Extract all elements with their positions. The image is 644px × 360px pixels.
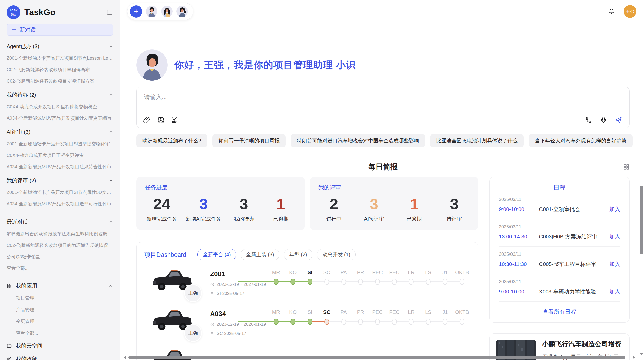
attachment-icon[interactable] [143,116,151,124]
microphone-icon[interactable] [600,116,607,124]
add-agent-button[interactable]: + [130,5,142,18]
milestone-dot [460,279,464,285]
list-item[interactable]: C02-飞腾新能源轻客改款项目里程碑画布 [7,67,113,73]
milestone-label: J1 [437,308,453,316]
milestone-label: LR [403,308,420,316]
project-code: Z001 [210,270,268,278]
list-item[interactable]: Z001-全新燃油皮卡产品开发项目SI节点Lesson Learn报告 [7,55,113,61]
list-item[interactable]: A034-全新新能源MUV产品开发项目计划变更表编写 [7,115,113,121]
notification-bell-icon[interactable] [608,8,615,15]
send-icon[interactable] [615,116,622,124]
clock-icon [210,322,214,327]
event-date: 2025/03/11 [499,279,620,284]
list-item[interactable]: A034-全新新能源MUV产品开发项目造型可行性评审 [7,201,113,207]
hero: 你好，王强，我是你的项目管理助理 小识 [136,49,630,81]
sidebar-item-change-mgmt[interactable]: 变更管理 [16,318,113,324]
milestone-label: PR [352,308,369,316]
section-recent-chats[interactable]: 最近对话 [7,218,113,226]
user-avatar[interactable]: 王强 [624,5,636,18]
section-agent-done[interactable]: Agent已办 (3) [7,43,113,50]
list-item[interactable]: A034-全新新能源MUV产品开发项目法规符合性评审 [7,164,113,170]
project-dashboard-card: 项目Dashboard 全新平台 (4) 全新上装 (3) 年型 (2) 动总开… [136,242,478,360]
tab-new-body[interactable]: 全新上装 (3) [241,249,279,260]
list-item[interactable]: 公司Q3轻卡销量 [7,254,113,260]
milestone-dot [290,319,295,325]
suggestion-chip[interactable]: 欧洲新规最近颁布了什么? [136,134,207,147]
view-all-schedule-link[interactable]: 查看所有日程 [499,308,620,316]
join-link[interactable]: 加入 [609,206,620,213]
sidebar-item-cloud-space[interactable]: 我的云空间 [7,342,113,349]
section-my-review[interactable]: 我的评审 (2) [7,177,113,184]
tab-new-platform[interactable]: 全新平台 (4) [197,249,236,260]
horizontal-scrollbar-thumb[interactable] [128,356,625,359]
project-owner-badge: 王强 [184,284,202,302]
milestone-label: KO [284,268,301,276]
scroll-left-arrow[interactable] [124,356,126,359]
image-icon[interactable] [157,116,165,124]
sidebar-item-my-apps[interactable]: 我的应用 [7,282,113,289]
new-chat-button[interactable]: 新对话 [7,24,113,36]
stat-new-done: 24 新增完成任务 [147,193,177,222]
section-my-todo[interactable]: 我的待办 (2) [7,91,113,98]
list-item[interactable]: C02-飞腾新能源轻客改款项目的闭环通告反馈情况 [7,242,113,248]
join-link[interactable]: 加入 [609,261,620,268]
divider [0,277,120,277]
suggestion-chip[interactable]: 如何写一份清晰的项目周报 [212,134,286,147]
agent-avatar-3[interactable] [176,6,188,17]
sidebar-item-project-mgmt[interactable]: 项目管理 [16,295,113,301]
chat-input[interactable] [144,94,598,100]
milestone-dot [409,279,414,285]
composer-right-icons [585,116,622,124]
scroll-right-arrow[interactable] [633,356,635,359]
suggestion-chip[interactable]: 当下年轻人对汽车外观有怎样的喜好趋势 [529,134,633,147]
milestone-dot [426,319,431,325]
vertical-scrollbar [640,184,643,350]
event-date: 2025/03/11 [499,224,620,230]
layout-grid-icon[interactable] [623,163,630,170]
sidebar-item-favorites[interactable]: 我的收藏 [7,355,113,360]
list-item[interactable]: 解释最新出台的欧盟报废车法规再生塑料比例被调至15%... [7,231,113,237]
list-item[interactable]: C0X4-动力总成开发项目工程变更评审 [7,152,113,158]
tab-model-year[interactable]: 年型 (2) [284,249,312,260]
agent-avatar-2[interactable] [161,6,173,17]
sidebar-item-product-mgmt[interactable]: 产品管理 [16,307,113,313]
list-item[interactable]: C0X4-动力总成开发项目SI里程碑提交物检查 [7,104,113,110]
milestone-label: PA [335,268,352,276]
milestone-dot [341,279,346,285]
sidebar-item-label: 我的云空间 [16,342,42,349]
divider [0,213,120,213]
suggestion-chip[interactable]: 比亚迪全固态电池计划具体说了什么 [430,134,524,147]
collapse-sidebar-icon[interactable] [106,9,113,16]
suggestion-chip[interactable]: 特朗普可能对进口汽车增税会对中国车企造成哪些影响 [291,134,425,147]
project-dates: 2023-12-19 ~ 2027-01-19 [217,282,266,287]
project-image: 王强 [151,268,193,294]
stat-overdue: 1 已逾期 [267,193,295,222]
milestone-dot [341,319,346,325]
tab-powertrain[interactable]: 动总开发 (1) [317,249,356,260]
project-row[interactable]: 王强 Z001 2023-12-19 ~ 2027-01-19 SI-2025-… [144,268,471,296]
scroll-down-arrow[interactable] [640,353,643,355]
phone-call-icon[interactable] [585,116,592,124]
list-item[interactable]: C02-飞腾新能源轻客改款项目立项汇报方案 [7,78,113,84]
milestone-dot [324,279,329,285]
join-link[interactable]: 加入 [609,233,620,240]
my-review-card: 我的评审 2 进行中 3 AI预评审 1 [310,177,478,230]
scissors-icon[interactable] [171,116,179,124]
briefing-header: 每日简报 [136,162,630,173]
agent-avatar-1[interactable] [146,6,157,17]
milestone-label: MR [268,268,284,276]
folder-icon [7,343,12,349]
milestone-dot [358,319,363,325]
list-item[interactable]: Z001-全新燃油轻卡产品开发项目SI节点属性5D文件评审 [7,189,113,196]
chat-composer[interactable] [136,87,630,128]
project-row[interactable]: 王强 A034 2023-12-19 ~ 2026-01-19 SC-2025-… [144,308,471,336]
milestone-track: MR KO SI SC PA PR PEC FEC LR LS J1 OKTB [268,268,471,285]
logo-line1: Task [10,8,18,12]
vertical-scrollbar-thumb[interactable] [640,186,643,254]
logo-row: Task Go TaskGo [7,4,113,20]
list-item[interactable]: Z001-全新燃油轻卡产品开发项目SI造型提交物评审 [7,141,113,147]
view-all-apps[interactable]: 查看全部... [16,330,113,336]
join-link[interactable]: 加入 [609,288,620,295]
section-ai-review[interactable]: AI评审 (3) [7,128,113,136]
view-all-chats[interactable]: 查看全部... [7,265,113,271]
